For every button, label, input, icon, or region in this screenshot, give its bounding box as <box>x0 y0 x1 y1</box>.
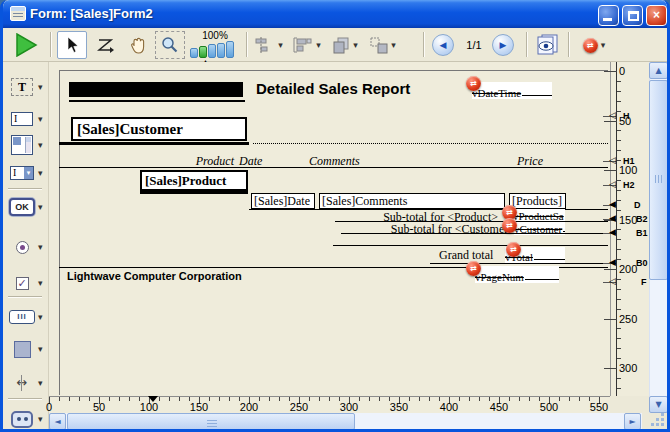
next-page-button[interactable]: ▶ <box>492 31 514 59</box>
resize-menu-button[interactable]: ▾ <box>365 31 401 59</box>
close-button[interactable]: × <box>646 5 667 26</box>
dropdown-arrow-icon[interactable]: ▾ <box>38 414 43 424</box>
section-marker-H1[interactable]: ◁ <box>609 155 621 165</box>
scroll-down-button[interactable]: ▼ <box>649 396 668 413</box>
rectangle-tool[interactable]: ▾ <box>6 336 48 362</box>
product-thick-rule-object[interactable] <box>140 191 248 194</box>
dropdown-arrow-icon[interactable]: ▾ <box>38 82 43 92</box>
dynamic-objects-menu-button[interactable]: ⇄ ▾ <box>576 31 612 59</box>
ruler-tick <box>89 397 90 401</box>
product-field-object[interactable]: [Sales]Product <box>140 170 248 191</box>
date-field-object[interactable]: [Sales]Date <box>251 193 315 209</box>
page-number-variable-object[interactable]: vPageNum <box>475 266 559 283</box>
run-form-button[interactable] <box>11 31 43 59</box>
zoom-bar-800[interactable] <box>226 41 234 58</box>
horizontal-scroll-thumb[interactable] <box>67 413 355 430</box>
toolbar-separator <box>568 32 570 57</box>
dropdown-arrow-icon[interactable]: ▾ <box>38 202 43 212</box>
grand-total-top-rule-object[interactable] <box>333 245 608 246</box>
zoom-tool-button[interactable] <box>155 31 185 59</box>
scroll-up-button[interactable]: ▲ <box>649 62 668 79</box>
dropdown-arrow-icon[interactable]: ▾ <box>38 114 43 124</box>
ruler-tick <box>219 397 220 401</box>
zoom-level-widget[interactable]: 100% ▲ <box>189 29 241 60</box>
dynamic-badge-icon[interactable]: ⇄ <box>466 261 481 276</box>
splitter-tool[interactable]: ↔ ▾ <box>6 370 48 396</box>
distribute-menu-button[interactable]: ▾ <box>289 31 325 59</box>
plugin-tool[interactable]: ▾ <box>6 406 48 432</box>
section-marker-B2[interactable]: ◀ <box>609 213 621 223</box>
input-tool[interactable]: I ▾ <box>6 106 48 132</box>
previous-page-button[interactable]: ◀ <box>432 31 454 59</box>
entry-order-tool-button[interactable] <box>91 31 121 59</box>
ruler-tick <box>279 397 280 401</box>
resize-icon <box>370 37 388 54</box>
preview-button[interactable] <box>532 31 564 59</box>
magnifier-icon <box>161 36 179 54</box>
grand-total-label-object[interactable]: Grand total <box>439 248 493 263</box>
hand-tool-button[interactable] <box>123 31 153 59</box>
scroll-left-button[interactable]: ◄ <box>49 413 66 430</box>
zoom-bar-100-selected[interactable] <box>199 46 207 58</box>
logo-underline-object[interactable] <box>69 100 245 102</box>
checkbox-tool[interactable]: ✓ ▾ <box>6 270 48 296</box>
dotted-rule-object[interactable] <box>253 143 608 144</box>
scroll-right-button[interactable]: ► <box>624 413 641 430</box>
zoom-bar-200[interactable] <box>208 44 216 58</box>
dropdown-arrow-icon[interactable]: ▾ <box>38 278 43 288</box>
dropdown-arrow-icon[interactable]: ▾ <box>38 140 43 150</box>
dropdown-arrow-icon[interactable]: ▾ <box>38 344 43 354</box>
dropdown-arrow-icon[interactable]: ▾ <box>38 168 43 178</box>
button-tool[interactable]: OK ▾ <box>6 194 48 220</box>
customer-field-object[interactable]: [Sales]Customer <box>71 117 247 141</box>
zoom-bar-400[interactable] <box>217 43 225 58</box>
ruler-position-marker[interactable] <box>148 396 158 402</box>
titlebar[interactable]: Form: [Sales]Form2 × <box>3 0 667 28</box>
customer-thick-rule-object[interactable] <box>59 142 249 145</box>
ruler-tick <box>617 249 621 250</box>
comments-field-object[interactable]: [Sales]Comments <box>319 193 505 209</box>
listbox-tool[interactable]: ▾ <box>6 132 48 158</box>
report-title-object[interactable]: Detailed Sales Report <box>256 80 410 97</box>
section-marker-D[interactable]: ◀ <box>609 199 621 209</box>
dynamic-badge-icon[interactable]: ⇄ <box>506 242 521 257</box>
maximize-button[interactable] <box>622 5 643 26</box>
dropdown-arrow-icon[interactable]: ▾ <box>38 378 43 388</box>
align-menu-button[interactable]: ▾ <box>251 31 287 59</box>
section-marker-H2[interactable]: ◁ <box>609 179 621 189</box>
logo-rectangle-object[interactable] <box>69 82 243 97</box>
dynamic-badge-icon[interactable]: ⇄ <box>466 76 481 91</box>
dropdown-arrow-icon[interactable]: ▾ <box>38 312 43 322</box>
ruler-tick <box>617 81 621 82</box>
grand-total-bottom-rule-object[interactable] <box>430 263 608 264</box>
ruler-tick <box>109 397 110 401</box>
radio-tool[interactable]: ▾ <box>6 234 48 260</box>
minimize-button[interactable] <box>598 5 619 26</box>
datetime-variable-object[interactable]: vDateTime <box>472 82 552 99</box>
dynamic-badge-icon[interactable]: ⇄ <box>502 218 517 233</box>
pointer-icon <box>65 36 80 54</box>
ruler-tick <box>617 210 621 211</box>
buttonbar-tool[interactable]: III ▾ <box>6 304 48 330</box>
products-field-object[interactable]: [Products] <box>509 193 566 209</box>
zoom-bar-50[interactable] <box>190 48 198 58</box>
header-rule-object[interactable] <box>59 167 608 168</box>
arrange-menu-button[interactable]: ▾ <box>327 31 363 59</box>
entry-order-icon <box>97 37 115 53</box>
combobox-tool[interactable]: I ▾ <box>6 160 48 186</box>
dropdown-arrow-icon: ▾ <box>353 40 358 50</box>
resize-grip[interactable] <box>650 412 664 426</box>
break1-rule-object[interactable] <box>341 233 608 234</box>
vertical-scroll-thumb[interactable] <box>649 80 668 280</box>
section-marker-F[interactable]: ◁ <box>609 276 621 286</box>
text-tool[interactable]: T ▾ <box>6 74 48 100</box>
dropdown-arrow-icon[interactable]: ▾ <box>38 242 43 252</box>
ruler-tick <box>459 397 460 401</box>
zoom-bars[interactable] <box>190 41 234 58</box>
section-marker-B0[interactable]: ◀ <box>609 257 621 267</box>
section-marker-H[interactable]: ◁ <box>609 110 621 120</box>
pointer-tool-button[interactable] <box>57 31 87 59</box>
subtotal-customer-label-object[interactable]: Sub-total for <Customer> <box>303 222 515 237</box>
company-footer-object[interactable]: Lightwave Computer Corporation <box>67 270 242 282</box>
section-marker-B1[interactable]: ◀ <box>609 227 621 237</box>
